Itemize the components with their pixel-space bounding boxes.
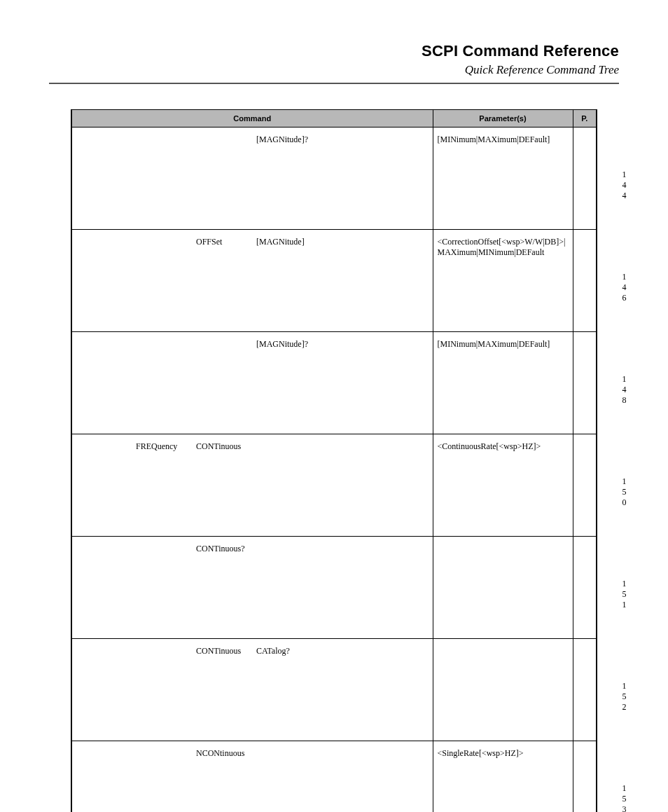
cell-command-level-2 <box>132 128 192 230</box>
cell-command-level-1 <box>71 128 132 230</box>
cell-command-level-5 <box>312 434 373 537</box>
cell-page-number: 146 <box>573 230 597 332</box>
table-row: CONTinuousCATalog?152 <box>71 639 597 741</box>
cell-parameters: [MINimum|MAXimum|DEFault] <box>433 128 573 230</box>
cell-command-level-3: CONTinuous? <box>192 537 252 639</box>
cell-parameters: [MINimum|MAXimum|DEFault] <box>433 332 573 434</box>
cell-command-level-6 <box>373 332 433 434</box>
cell-page-number: 148 <box>573 332 597 434</box>
table-row: OFFSet[MAGNitude]<CorrectionOffset[<wsp>… <box>71 230 597 332</box>
cell-command-level-4: [MAGNitude]? <box>252 128 312 230</box>
cell-parameters <box>433 537 573 639</box>
cell-command-level-1 <box>71 332 132 434</box>
table-row: NCONtinuous<SingleRate[<wsp>HZ]>153 <box>71 741 597 813</box>
cell-command-level-5 <box>312 741 373 813</box>
cell-page-number: 152 <box>573 639 597 741</box>
cell-command-level-3: NCONtinuous <box>192 741 252 813</box>
cell-command-level-2 <box>132 230 192 332</box>
cell-command-level-5 <box>312 230 373 332</box>
cell-command-level-5 <box>312 639 373 741</box>
cell-command-level-4 <box>252 741 312 813</box>
cell-command-level-6 <box>373 230 433 332</box>
cell-command-level-2 <box>132 741 192 813</box>
cell-parameters: <ContinuousRate[<wsp>HZ]> <box>433 434 573 537</box>
cell-parameters: <SingleRate[<wsp>HZ]> <box>433 741 573 813</box>
cell-command-level-4 <box>252 434 312 537</box>
cell-command-level-3 <box>192 332 252 434</box>
cell-command-level-3 <box>192 128 252 230</box>
cell-parameters <box>433 639 573 741</box>
cell-command-level-1 <box>71 741 132 813</box>
table-body: [MAGNitude]?[MINimum|MAXimum|DEFault]144… <box>71 128 597 813</box>
table-row: FREQuencyCONTinuous<ContinuousRate[<wsp>… <box>71 434 597 537</box>
cell-command-level-3: CONTinuous <box>192 434 252 537</box>
cell-page-number: 151 <box>573 537 597 639</box>
header-divider <box>49 83 619 84</box>
cell-command-level-3: CONTinuous <box>192 639 252 741</box>
table-header-row: Command Parameter(s) P. <box>71 110 597 128</box>
document-page: SCPI Command Reference Quick Reference C… <box>0 0 668 812</box>
cell-command-level-4: CATalog? <box>252 639 312 741</box>
table-row: [MAGNitude]?[MINimum|MAXimum|DEFault]144 <box>71 128 597 230</box>
table-row: CONTinuous?151 <box>71 537 597 639</box>
cell-command-level-6 <box>373 537 433 639</box>
column-header-parameters: Parameter(s) <box>433 110 573 128</box>
table-row: [MAGNitude]?[MINimum|MAXimum|DEFault]148 <box>71 332 597 434</box>
cell-command-level-6 <box>373 434 433 537</box>
cell-page-number: 144 <box>573 128 597 230</box>
cell-command-level-5 <box>312 537 373 639</box>
cell-command-level-1 <box>71 639 132 741</box>
cell-command-level-3: OFFSet <box>192 230 252 332</box>
cell-command-level-5 <box>312 332 373 434</box>
cell-command-level-1 <box>71 230 132 332</box>
cell-command-level-1 <box>71 537 132 639</box>
section-title: Quick Reference Command Tree <box>49 63 619 77</box>
column-header-command: Command <box>71 110 433 128</box>
cell-command-level-4: [MAGNitude] <box>252 230 312 332</box>
cell-page-number: 153 <box>573 741 597 813</box>
cell-command-level-2 <box>132 332 192 434</box>
cell-command-level-1 <box>71 434 132 537</box>
cell-command-level-6 <box>373 741 433 813</box>
cell-command-level-6 <box>373 128 433 230</box>
page-header: SCPI Command Reference Quick Reference C… <box>49 42 619 77</box>
cell-command-level-2: FREQuency <box>132 434 192 537</box>
chapter-title: SCPI Command Reference <box>49 42 619 60</box>
column-header-page: P. <box>573 110 597 128</box>
cell-command-level-4: [MAGNitude]? <box>252 332 312 434</box>
command-reference-table: Command Parameter(s) P. [MAGNitude]?[MIN… <box>71 109 597 812</box>
cell-command-level-4 <box>252 537 312 639</box>
cell-page-number: 150 <box>573 434 597 537</box>
cell-parameters: <CorrectionOffset[<wsp>W/W|DB]>|MAXimum|… <box>433 230 573 332</box>
cell-command-level-6 <box>373 639 433 741</box>
cell-command-level-2 <box>132 639 192 741</box>
cell-command-level-2 <box>132 537 192 639</box>
cell-command-level-5 <box>312 128 373 230</box>
